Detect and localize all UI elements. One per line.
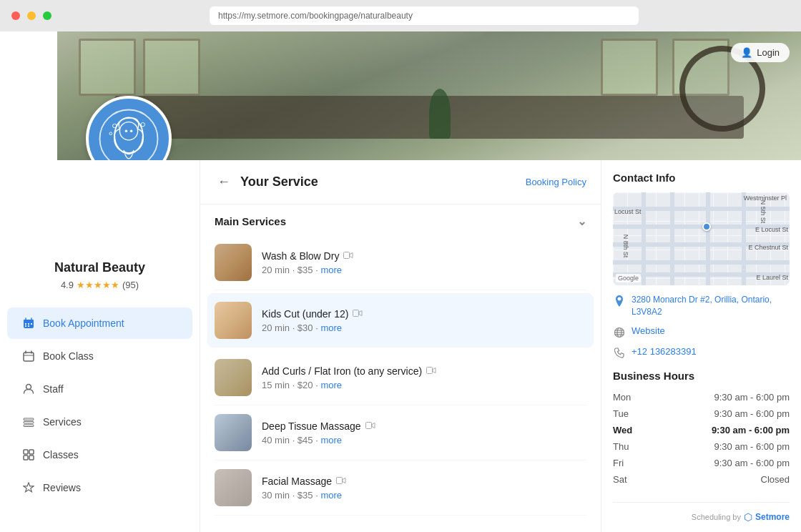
- page-layout: 👤 Login: [0, 31, 801, 532]
- svg-rect-20: [24, 425, 34, 427]
- main-panel: ← Your Service Booking Policy Main Servi…: [200, 160, 601, 532]
- close-dot[interactable]: [11, 11, 20, 20]
- svg-rect-29: [337, 477, 343, 483]
- back-button[interactable]: ←: [215, 172, 233, 192]
- service-item[interactable]: Deep Tissue Massage 40 min · $45 · more: [215, 405, 586, 460]
- contact-address: 3280 Monarch Dr #2, Orillia, Ontario, L3…: [632, 294, 790, 318]
- maximize-dot[interactable]: [43, 11, 51, 20]
- more-link[interactable]: more: [320, 490, 342, 501]
- nav-book-appointment-label: Book Appointment: [43, 317, 124, 329]
- service-details: 20 min · $30 · more: [262, 322, 586, 333]
- hours-row-wed: Wed 9:30 am - 6:00 pm: [613, 422, 790, 438]
- salon-logo-svg: [97, 107, 161, 160]
- nav-staff[interactable]: Staff: [7, 373, 192, 405]
- main-services-header[interactable]: Main Services ⌄: [215, 205, 586, 235]
- nav-book-class-label: Book Class: [43, 350, 94, 362]
- nav-classes[interactable]: Classes: [7, 439, 192, 471]
- content-row: Natural Beauty 4.9 ★★★★★ (95): [0, 160, 801, 532]
- service-header: ← Your Service Booking Policy: [200, 160, 601, 205]
- minimize-dot[interactable]: [27, 11, 36, 20]
- video-icon: [343, 251, 353, 261]
- svg-point-5: [141, 123, 144, 127]
- contact-phone-link[interactable]: +12 136283391: [632, 346, 697, 357]
- service-item[interactable]: Add Curls / Flat Iron (to any service) 1…: [215, 350, 586, 405]
- map-label: E Chestnut St: [748, 244, 788, 251]
- service-item[interactable]: Kids Cut (under 12) 20 min · $30 · more: [207, 293, 594, 348]
- nav-classes-label: Classes: [43, 449, 79, 460]
- video-icon: [353, 309, 363, 319]
- service-image: [215, 469, 252, 506]
- road: [670, 192, 674, 285]
- login-button[interactable]: 👤 Login: [731, 43, 790, 62]
- scheduling-footer: Scheduling by ⬡ Setmore: [613, 502, 790, 523]
- map-label: E Locust St: [755, 226, 788, 233]
- video-icon: [336, 476, 346, 486]
- svg-rect-13: [31, 323, 32, 325]
- svg-rect-21: [24, 450, 28, 454]
- svg-rect-16: [24, 353, 34, 361]
- road: [742, 192, 746, 285]
- calendar-icon: [21, 316, 36, 330]
- map-label: Locust St: [614, 208, 642, 215]
- service-details: 15 min · $20 · more: [262, 380, 586, 390]
- service-image: [215, 359, 252, 396]
- more-link[interactable]: more: [320, 265, 342, 275]
- business-hours-title: Business Hours: [613, 370, 790, 382]
- svg-point-2: [119, 122, 137, 140]
- nav-book-appointment[interactable]: Book Appointment: [7, 307, 192, 339]
- svg-rect-27: [427, 367, 433, 373]
- service-name: Deep Tissue Massage: [262, 420, 361, 432]
- hours-table: Mon 9:30 am - 6:00 pm Tue 9:30 am - 6:00…: [613, 389, 790, 488]
- road: [642, 192, 646, 285]
- service-name-row: Facial Massage: [262, 476, 586, 487]
- services-list: Main Services ⌄ Wash & Blow Dry: [200, 205, 601, 532]
- hero-image: 👤 Login: [57, 31, 801, 160]
- service-info: Deep Tissue Massage 40 min · $45 · more: [262, 420, 586, 445]
- svg-rect-22: [29, 450, 34, 454]
- nav-book-class[interactable]: Book Class: [7, 340, 192, 372]
- map-container[interactable]: Westminster Pl Locust St E Locust St N 5…: [613, 192, 790, 285]
- contact-address-item: 3280 Monarch Dr #2, Orillia, Ontario, L3…: [613, 294, 790, 318]
- nav-staff-label: Staff: [43, 383, 64, 395]
- hours-row-mon: Mon 9:30 am - 6:00 pm: [613, 389, 790, 405]
- service-item[interactable]: Facial Massage 30 min · $35 · more: [215, 460, 586, 516]
- contact-website-link[interactable]: Website: [632, 325, 665, 336]
- svg-rect-28: [365, 422, 371, 428]
- contact-title: Contact Info: [613, 172, 790, 184]
- booking-policy-link[interactable]: Booking Policy: [526, 177, 586, 187]
- service-name: Wash & Blow Dry: [262, 250, 339, 262]
- more-link[interactable]: more: [320, 435, 342, 445]
- service-image: [215, 302, 252, 339]
- salon-profile: Natural Beauty 4.9 ★★★★★ (95): [0, 260, 200, 290]
- video-icon: [365, 421, 375, 431]
- phone-icon: [613, 347, 626, 360]
- svg-point-4: [109, 132, 112, 135]
- hours-row-tue: Tue 9:30 am - 6:00 pm: [613, 405, 790, 422]
- more-link[interactable]: more: [320, 380, 342, 390]
- service-details: 30 min · $35 · more: [262, 490, 586, 501]
- address-bar[interactable]: https://my.setmore.com/bookingpage/natur…: [210, 6, 639, 25]
- svg-rect-25: [344, 252, 350, 258]
- svg-point-3: [113, 124, 117, 127]
- service-info: Wash & Blow Dry 20 min · $35 · more: [262, 250, 586, 275]
- stars: ★★★★★: [77, 280, 119, 290]
- hours-row-sat: Sat Closed: [613, 471, 790, 488]
- nav-services[interactable]: Services: [7, 406, 192, 438]
- service-name-row: Deep Tissue Massage: [262, 420, 586, 432]
- service-item[interactable]: Wash & Blow Dry 20 min · $35 · more: [215, 235, 586, 290]
- service-image: [215, 244, 252, 281]
- service-name-row: Kids Cut (under 12): [262, 308, 586, 320]
- svg-rect-18: [24, 418, 34, 420]
- rating-value: 4.9: [61, 280, 74, 290]
- hours-row-fri: Fri 9:30 am - 6:00 pm: [613, 455, 790, 471]
- service-panel-title: Your Service: [240, 174, 526, 189]
- contact-website-item: Website: [613, 325, 790, 339]
- service-info: Facial Massage 30 min · $35 · more: [262, 476, 586, 501]
- service-details: 20 min · $35 · more: [262, 265, 586, 275]
- hours-row-thu: Thu 9:30 am - 6:00 pm: [613, 438, 790, 455]
- nav-reviews[interactable]: Reviews: [7, 472, 192, 503]
- setmore-icon: ⬡: [744, 511, 752, 523]
- more-link[interactable]: more: [320, 322, 342, 333]
- nav-services-label: Services: [43, 416, 82, 428]
- review-count: (95): [122, 280, 139, 290]
